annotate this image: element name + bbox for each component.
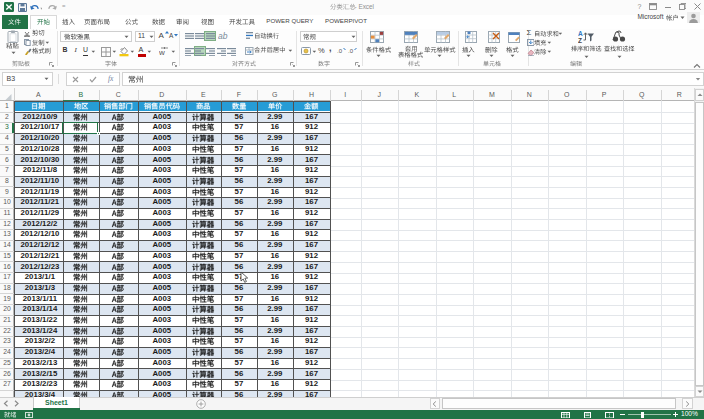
svg-text:ab: ab: [218, 31, 228, 40]
svg-text:.0: .0: [348, 48, 354, 54]
svg-text:Z: Z: [578, 37, 582, 43]
svg-text:A: A: [578, 30, 583, 37]
svg-text:.0: .0: [337, 48, 343, 54]
svg-text:w: w: [159, 48, 165, 57]
